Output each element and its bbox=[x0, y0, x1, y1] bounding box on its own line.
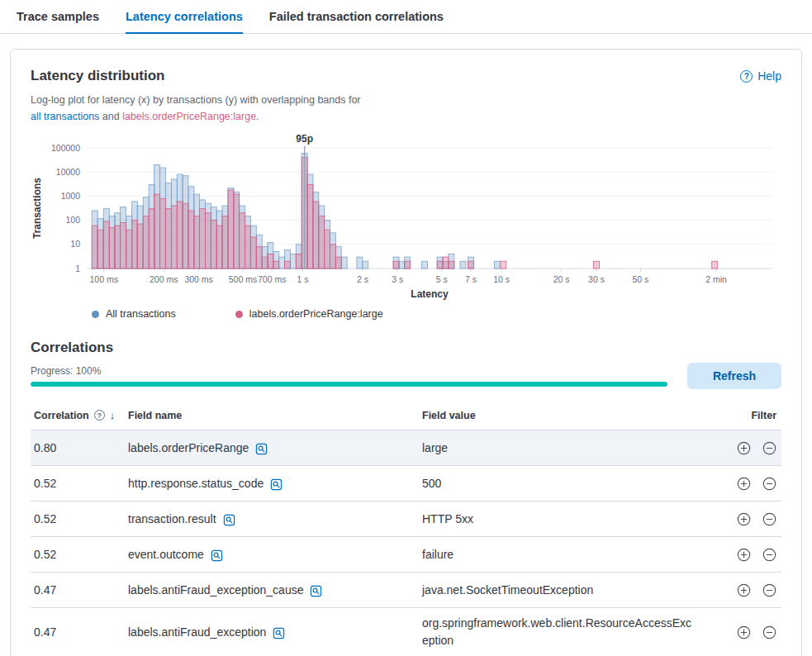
svg-text:1: 1 bbox=[75, 264, 80, 273]
filter-include-button[interactable] bbox=[737, 625, 751, 639]
field-value-header: Field value bbox=[422, 410, 705, 421]
description-period: . bbox=[256, 111, 259, 122]
field-name-cell: labels.antiFraud_exception bbox=[128, 625, 422, 639]
info-icon: ? bbox=[94, 410, 105, 421]
svg-text:5 s: 5 s bbox=[436, 274, 448, 284]
table-header: Correlation ? ↓ Field name Field value F… bbox=[31, 404, 781, 430]
progress-row: Progress: 100% Refresh bbox=[31, 363, 781, 389]
inspect-icon[interactable] bbox=[273, 627, 285, 639]
filter-include-button[interactable] bbox=[737, 583, 751, 597]
panel-header: Latency distribution ? Help bbox=[31, 68, 781, 84]
correlation-value: 0.52 bbox=[31, 512, 128, 525]
table-row[interactable]: 0.47labels.antiFraud_exceptionorg.spring… bbox=[31, 608, 781, 656]
correlation-value: 0.52 bbox=[31, 477, 128, 490]
inspect-icon[interactable] bbox=[255, 443, 268, 455]
svg-text:10000: 10000 bbox=[56, 167, 80, 177]
filter-exclude-button[interactable] bbox=[762, 625, 776, 639]
progress-bar bbox=[31, 382, 667, 387]
svg-text:10 s: 10 s bbox=[493, 274, 510, 284]
table-row[interactable]: 0.52event.outcomefailure bbox=[31, 537, 781, 573]
field-name-cell: http.response.status_code bbox=[128, 477, 422, 491]
table-row[interactable]: 0.80labels.orderPriceRangelarge bbox=[31, 430, 781, 466]
svg-text:100: 100 bbox=[65, 215, 80, 225]
correlation-column-header[interactable]: Correlation ? ↓ bbox=[31, 409, 128, 421]
field-name-cell: event.outcome bbox=[128, 548, 422, 562]
inspect-icon[interactable] bbox=[270, 478, 283, 491]
svg-text:100 ms: 100 ms bbox=[90, 274, 118, 284]
filter-exclude-button[interactable] bbox=[762, 441, 776, 455]
field-value: large bbox=[422, 433, 705, 463]
field-value: HTTP 5xx bbox=[422, 504, 705, 535]
table-row[interactable]: 0.47labels.antiFraud_exception_causejava… bbox=[31, 573, 781, 608]
correlation-value: 0.47 bbox=[31, 625, 128, 639]
legend-dot bbox=[235, 311, 243, 318]
filter-cell bbox=[705, 512, 781, 526]
field-name: transaction.result bbox=[128, 512, 216, 525]
inspect-icon[interactable] bbox=[223, 514, 235, 526]
legend-item-all-transactions[interactable]: All transactions bbox=[92, 308, 176, 320]
filter-include-button[interactable] bbox=[737, 548, 751, 562]
filter-exclude-button[interactable] bbox=[762, 477, 776, 491]
field-name: labels.orderPriceRange bbox=[128, 441, 249, 454]
filter-exclude-button[interactable] bbox=[762, 548, 776, 562]
svg-text:30 s: 30 s bbox=[588, 274, 605, 284]
filter-include-button[interactable] bbox=[737, 477, 751, 491]
tab-latency-correlations[interactable]: Latency correlations bbox=[126, 10, 243, 34]
latency-chart-svg: 110100100010000100000100 ms200 ms300 ms5… bbox=[31, 131, 781, 300]
filter-exclude-button[interactable] bbox=[762, 512, 776, 526]
svg-text:1000: 1000 bbox=[61, 191, 81, 201]
correlation-header-label: Correlation bbox=[34, 410, 89, 421]
help-label: Help bbox=[757, 69, 781, 83]
all-transactions-link[interactable]: all transactions bbox=[31, 111, 99, 122]
tab-failed-transaction-correlations[interactable]: Failed transaction correlations bbox=[269, 10, 444, 34]
inspect-icon[interactable] bbox=[211, 549, 223, 562]
table-row[interactable]: 0.52http.response.status_code500 bbox=[31, 466, 781, 502]
refresh-button[interactable]: Refresh bbox=[687, 363, 781, 389]
table-row[interactable]: 0.52transaction.resultHTTP 5xx bbox=[31, 502, 781, 537]
filter-cell bbox=[705, 441, 781, 455]
description-separator: and bbox=[99, 111, 122, 122]
field-name: event.outcome bbox=[128, 548, 204, 561]
svg-text:Latency: Latency bbox=[411, 288, 449, 300]
field-name-cell: labels.orderPriceRange bbox=[128, 441, 422, 455]
filter-cell bbox=[705, 625, 781, 639]
help-link[interactable]: ? Help bbox=[740, 69, 781, 83]
field-name-header: Field name bbox=[128, 410, 422, 421]
inspect-icon[interactable] bbox=[310, 585, 322, 597]
field-value: failure bbox=[422, 540, 705, 570]
svg-text:20 s: 20 s bbox=[553, 274, 570, 284]
tab-trace-samples[interactable]: Trace samples bbox=[17, 10, 99, 34]
chart-legend: All transactionslabels.orderPriceRange:l… bbox=[92, 308, 781, 320]
sort-desc-icon: ↓ bbox=[110, 409, 116, 421]
svg-text:200 ms: 200 ms bbox=[150, 274, 178, 284]
svg-text:2 min: 2 min bbox=[705, 274, 727, 284]
svg-text:3 s: 3 s bbox=[392, 274, 403, 284]
legend-label: labels.orderPriceRange:large bbox=[249, 308, 383, 320]
field-value: 500 bbox=[422, 468, 705, 499]
correlations-heading: Correlations bbox=[31, 340, 781, 356]
filter-include-button[interactable] bbox=[737, 512, 751, 526]
filter-cell bbox=[705, 583, 781, 597]
table-body: 0.80labels.orderPriceRangelarge0.52http.… bbox=[31, 430, 781, 656]
svg-text:50 s: 50 s bbox=[633, 274, 649, 284]
filter-exclude-button[interactable] bbox=[762, 583, 776, 597]
latency-distribution-chart: 110100100010000100000100 ms200 ms300 ms5… bbox=[31, 131, 781, 300]
field-value: org.springframework.web.client.ResourceA… bbox=[422, 608, 705, 656]
svg-text:1 s: 1 s bbox=[297, 274, 308, 284]
filter-cell bbox=[705, 548, 781, 562]
legend-item-labels-orderpricerange-large[interactable]: labels.orderPriceRange:large bbox=[235, 308, 383, 320]
progress-bar-fill bbox=[31, 382, 667, 387]
description-line1: Log-log plot for latency (x) by transact… bbox=[31, 94, 361, 106]
order-price-range-label: labels.orderPriceRange:large bbox=[122, 111, 256, 122]
panel-title: Latency distribution bbox=[31, 68, 164, 84]
filter-include-button[interactable] bbox=[737, 441, 751, 455]
field-name: labels.antiFraud_exception_cause bbox=[128, 583, 303, 597]
correlation-value: 0.47 bbox=[31, 583, 128, 597]
svg-text:Transactions: Transactions bbox=[31, 178, 43, 239]
progress-label: Progress: 100% bbox=[31, 365, 667, 377]
correlation-value: 0.52 bbox=[31, 548, 128, 561]
field-name: labels.antiFraud_exception bbox=[128, 625, 266, 639]
help-icon: ? bbox=[740, 70, 753, 83]
svg-text:2 s: 2 s bbox=[357, 274, 368, 284]
svg-text:300 ms: 300 ms bbox=[184, 274, 212, 284]
